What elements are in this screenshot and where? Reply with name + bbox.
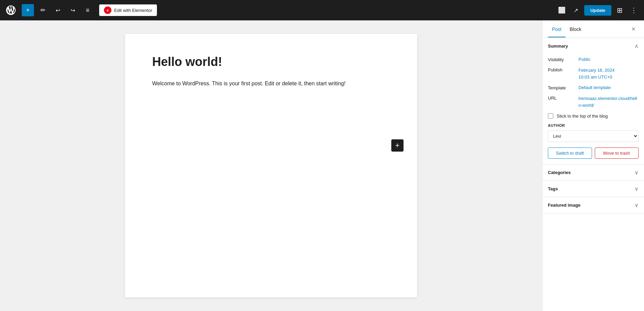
update-button[interactable]: Update bbox=[584, 5, 611, 16]
editor-area: Hello world! Welcome to WordPress. This … bbox=[0, 20, 542, 311]
add-block-button[interactable]: + bbox=[22, 4, 34, 16]
publish-row: Publish February 16, 2024 10:03 am UTC+0 bbox=[548, 67, 639, 80]
url-value[interactable]: lremoaaz.elementor.cloud/hello-world/ bbox=[578, 95, 639, 108]
undo-icon: ↩ bbox=[56, 7, 60, 14]
template-row: Template Default template bbox=[548, 85, 639, 90]
desktop-icon: ⬜ bbox=[558, 6, 566, 14]
more-options-button[interactable]: ⋮ bbox=[628, 4, 640, 16]
redo-button[interactable]: ↪ bbox=[67, 4, 79, 16]
stick-row: Stick to the top of the blog bbox=[548, 113, 639, 119]
more-icon: ⋮ bbox=[630, 6, 637, 14]
toolbar-right: ⬜ ↗ Update ⊞ ⋮ bbox=[556, 4, 640, 16]
tools-icon: ≡ bbox=[86, 7, 90, 14]
author-select[interactable]: Levi bbox=[548, 130, 639, 142]
tab-block[interactable]: Block bbox=[566, 21, 585, 37]
categories-chevron-icon: ∨ bbox=[634, 169, 639, 176]
publish-time: 10:03 am UTC+0 bbox=[578, 74, 612, 80]
external-link-icon: ↗ bbox=[574, 7, 578, 14]
sidebar-header: Post Block × bbox=[542, 20, 644, 38]
featured-image-chevron-icon: ∨ bbox=[634, 202, 639, 208]
move-to-trash-button[interactable]: Move to trash bbox=[595, 148, 639, 159]
featured-image-section: Featured image ∨ bbox=[542, 197, 644, 213]
summary-section: Summary ∧ Visibility Public Publish Febr… bbox=[542, 38, 644, 165]
template-value[interactable]: Default template bbox=[578, 85, 639, 90]
publish-label: Publish bbox=[548, 67, 578, 72]
toolbar: + ✏ ↩ ↪ ≡ e Edit with Elementor ⬜ ↗ Upda… bbox=[0, 0, 644, 20]
plus-block-icon: + bbox=[395, 141, 400, 150]
summary-chevron-icon: ∧ bbox=[634, 43, 639, 49]
sidebar: Post Block × Summary ∧ Visibility Public… bbox=[542, 20, 644, 311]
layout-button[interactable]: ⊞ bbox=[613, 4, 626, 16]
featured-image-title: Featured image bbox=[548, 203, 580, 208]
edit-with-elementor-button[interactable]: e Edit with Elementor bbox=[99, 4, 157, 16]
tools-button[interactable]: ≡ bbox=[82, 4, 94, 16]
inline-add-block-button[interactable]: + bbox=[391, 139, 404, 152]
undo-button[interactable]: ↩ bbox=[52, 4, 64, 16]
publish-date: February 16, 2024 bbox=[578, 68, 614, 73]
preview-button[interactable]: ⬜ bbox=[556, 4, 568, 16]
tags-chevron-icon: ∨ bbox=[634, 186, 639, 192]
url-label: URL bbox=[548, 95, 578, 101]
tab-post[interactable]: Post bbox=[548, 21, 566, 37]
template-label: Template bbox=[548, 85, 578, 90]
external-link-button[interactable]: ↗ bbox=[570, 4, 582, 16]
stick-checkbox[interactable] bbox=[548, 113, 553, 119]
main-area: Hello world! Welcome to WordPress. This … bbox=[0, 20, 644, 311]
action-buttons: Switch to draft Move to trash bbox=[548, 148, 639, 159]
elementor-icon: e bbox=[104, 6, 111, 14]
summary-header[interactable]: Summary ∧ bbox=[542, 38, 644, 54]
summary-body: Visibility Public Publish February 16, 2… bbox=[542, 54, 644, 164]
visibility-value[interactable]: Public bbox=[578, 57, 639, 62]
editor-canvas: Hello world! Welcome to WordPress. This … bbox=[125, 34, 417, 297]
tags-title: Tags bbox=[548, 186, 558, 191]
edit-tool-button[interactable]: ✏ bbox=[37, 4, 49, 16]
post-title[interactable]: Hello world! bbox=[152, 54, 390, 69]
categories-section: Categories ∨ bbox=[542, 165, 644, 181]
redo-icon: ↪ bbox=[71, 7, 75, 14]
pencil-icon: ✏ bbox=[40, 6, 46, 14]
wp-logo bbox=[4, 3, 18, 17]
plus-icon: + bbox=[26, 7, 30, 14]
switch-to-draft-button[interactable]: Switch to draft bbox=[548, 148, 592, 159]
stick-label: Stick to the top of the blog bbox=[557, 114, 608, 119]
categories-title: Categories bbox=[548, 170, 571, 175]
tags-header[interactable]: Tags ∨ bbox=[542, 181, 644, 197]
layout-icon: ⊞ bbox=[617, 6, 623, 14]
author-section-label: AUTHOR bbox=[548, 123, 639, 127]
categories-header[interactable]: Categories ∨ bbox=[542, 165, 644, 180]
post-content[interactable]: Welcome to WordPress. This is your first… bbox=[152, 79, 390, 88]
sidebar-content: Summary ∧ Visibility Public Publish Febr… bbox=[542, 38, 644, 311]
summary-title: Summary bbox=[548, 44, 568, 49]
visibility-label: Visibility bbox=[548, 57, 578, 62]
featured-image-header[interactable]: Featured image ∨ bbox=[542, 197, 644, 213]
tags-section: Tags ∨ bbox=[542, 181, 644, 197]
elementor-label: Edit with Elementor bbox=[114, 8, 152, 13]
close-sidebar-button[interactable]: × bbox=[628, 24, 639, 34]
visibility-row: Visibility Public bbox=[548, 57, 639, 62]
url-row: URL lremoaaz.elementor.cloud/hello-world… bbox=[548, 95, 639, 108]
publish-value[interactable]: February 16, 2024 10:03 am UTC+0 bbox=[578, 67, 639, 80]
